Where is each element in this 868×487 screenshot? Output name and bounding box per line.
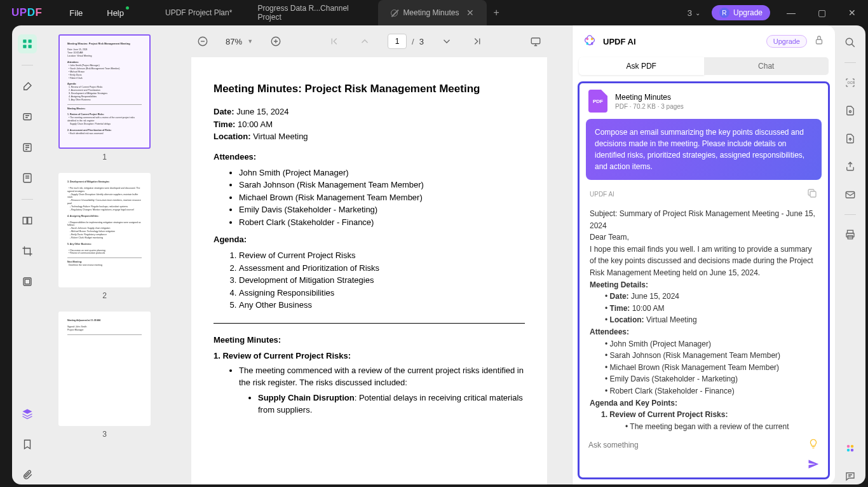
close-button[interactable]: ✕ <box>843 8 862 18</box>
titlebar-right: 3 ⌄ RUpgrade — ▢ ✕ <box>688 5 862 20</box>
svg-rect-0 <box>23 39 26 43</box>
thumbnail-page-2[interactable]: 3. Development of Mitigation Strategies:… <box>49 173 160 300</box>
updf-ai-logo-icon <box>583 34 597 48</box>
next-page-button[interactable] <box>439 34 454 49</box>
svg-point-27 <box>847 445 850 448</box>
thumbnails-tool[interactable] <box>18 34 37 53</box>
thumbnail-number: 3 <box>49 430 160 439</box>
crop-tool[interactable] <box>18 242 37 261</box>
tab-doc-icon <box>391 10 398 17</box>
ai-input[interactable] <box>588 441 801 449</box>
copy-icon[interactable] <box>806 188 818 200</box>
tab-ask-pdf[interactable]: Ask PDF <box>579 57 704 75</box>
svg-rect-7 <box>23 217 27 224</box>
maximize-button[interactable]: ▢ <box>812 8 831 18</box>
form-tool[interactable] <box>18 168 37 188</box>
ai-file-meta: PDF · 70.2 KB · 3 pages <box>615 103 684 110</box>
tab-count[interactable]: 3 ⌄ <box>688 8 700 18</box>
svg-rect-8 <box>28 217 32 224</box>
search-icon[interactable] <box>842 34 858 51</box>
upgrade-button[interactable]: RUpgrade <box>712 5 770 20</box>
add-tab-button[interactable]: + <box>493 7 499 18</box>
tab-progress-data[interactable]: Progress Data R...Channel Project <box>245 0 378 25</box>
ai-response-header: UPDF AI <box>580 185 828 203</box>
svg-point-17 <box>591 43 593 45</box>
thumbnail-page-3[interactable]: Meeting Adjourned at 11:30 AM.Signed: Jo… <box>49 312 160 439</box>
document-title: Meeting Minutes: Project Risk Management… <box>214 83 525 95</box>
ai-file-attachment: PDF Meeting Minutes PDF · 70.2 KB · 3 pa… <box>580 83 828 119</box>
print-icon[interactable] <box>842 226 858 243</box>
tab-chat[interactable]: Chat <box>704 57 829 75</box>
protect-icon[interactable] <box>842 102 858 119</box>
svg-rect-4 <box>24 114 31 120</box>
present-button[interactable] <box>528 34 543 49</box>
ai-upgrade-button[interactable]: Upgrade <box>766 35 807 48</box>
last-page-button[interactable] <box>470 34 485 49</box>
share-icon[interactable] <box>842 158 858 175</box>
svg-rect-2 <box>29 39 32 43</box>
page-input[interactable] <box>388 34 407 49</box>
ai-toggle-icon[interactable] <box>842 440 858 456</box>
user-avatar: R <box>719 8 729 18</box>
workspace: Meeting Minutes: Project Risk Management… <box>12 25 865 484</box>
layers-icon[interactable] <box>18 404 37 423</box>
tab-bar: UPDF Project Plan* Progress Data R...Cha… <box>153 0 499 25</box>
tab-meeting-minutes[interactable]: Meeting Minutes✕ <box>378 0 487 25</box>
svg-point-15 <box>591 38 593 41</box>
minimize-button[interactable]: — <box>782 8 801 18</box>
tab-project-plan[interactable]: UPDF Project Plan* <box>153 0 245 25</box>
ocr-icon[interactable]: OCR <box>842 74 858 91</box>
organize-tool[interactable] <box>18 211 37 230</box>
right-toolbar: OCR <box>835 25 865 484</box>
ai-panel: UPDF AI Upgrade Ask PDF Chat PDF Meeting… <box>572 25 835 484</box>
ai-chat-frame: PDF Meeting Minutes PDF · 70.2 KB · 3 pa… <box>578 81 830 479</box>
thumbnail-number: 2 <box>49 291 160 300</box>
comment-tool[interactable] <box>18 107 37 127</box>
zoom-dropdown[interactable]: 87% ▼ <box>226 37 253 46</box>
bookmark-icon[interactable] <box>18 435 37 454</box>
first-page-button[interactable] <box>327 34 342 49</box>
page-total: 3 <box>419 37 424 46</box>
main-area: 87% ▼ / 3 Meeting Minutes: Project Risk … <box>166 25 572 484</box>
svg-point-30 <box>851 449 854 452</box>
prev-page-button[interactable] <box>357 34 372 49</box>
svg-rect-10 <box>25 279 30 284</box>
menu-file[interactable]: File <box>69 8 83 18</box>
svg-point-14 <box>587 38 589 41</box>
zoom-out-button[interactable] <box>195 34 210 49</box>
lock-icon[interactable] <box>813 34 825 48</box>
ai-header: UPDF AI Upgrade <box>573 25 835 57</box>
ai-file-name: Meeting Minutes <box>615 93 684 102</box>
ai-tabs: Ask PDF Chat <box>573 57 835 81</box>
document-toolbar: 87% ▼ / 3 <box>166 25 572 57</box>
svg-rect-18 <box>817 39 822 44</box>
svg-rect-3 <box>29 45 32 48</box>
attendees-heading: Attendees: <box>214 152 525 161</box>
document-meta: Date: June 15, 2024 Time: 10:00 AM Locat… <box>214 106 525 143</box>
close-icon[interactable]: ✕ <box>466 8 474 18</box>
export-icon[interactable] <box>842 130 858 147</box>
svg-point-29 <box>847 449 850 452</box>
attendees-list: John Smith (Project Manager) Sarah Johns… <box>239 167 525 229</box>
agenda-list: Review of Current Project Risks Assessme… <box>239 249 525 312</box>
svg-rect-13 <box>531 38 540 44</box>
email-icon[interactable] <box>842 186 858 203</box>
menu-help[interactable]: Help <box>107 8 124 18</box>
pdf-page: Meeting Minutes: Project Risk Management… <box>191 57 547 484</box>
highlight-tool[interactable] <box>18 77 37 96</box>
thumbnail-panel: Meeting Minutes: Project Risk Management… <box>43 25 166 484</box>
svg-point-28 <box>851 445 854 448</box>
thumbnail-page-1[interactable]: Meeting Minutes: Project Risk Management… <box>49 34 160 161</box>
chat-icon[interactable] <box>842 468 858 484</box>
lightbulb-icon[interactable] <box>808 438 819 452</box>
minutes-heading: Meeting Minutes: <box>214 335 525 345</box>
send-button[interactable] <box>580 458 828 477</box>
edit-tool[interactable] <box>18 138 37 157</box>
document-view[interactable]: Meeting Minutes: Project Risk Management… <box>166 57 572 484</box>
ai-input-row <box>580 432 828 458</box>
redact-tool[interactable] <box>18 272 37 291</box>
attachment-icon[interactable] <box>18 465 37 484</box>
svg-rect-19 <box>810 191 816 197</box>
svg-point-20 <box>846 38 853 45</box>
zoom-in-button[interactable] <box>268 34 283 49</box>
